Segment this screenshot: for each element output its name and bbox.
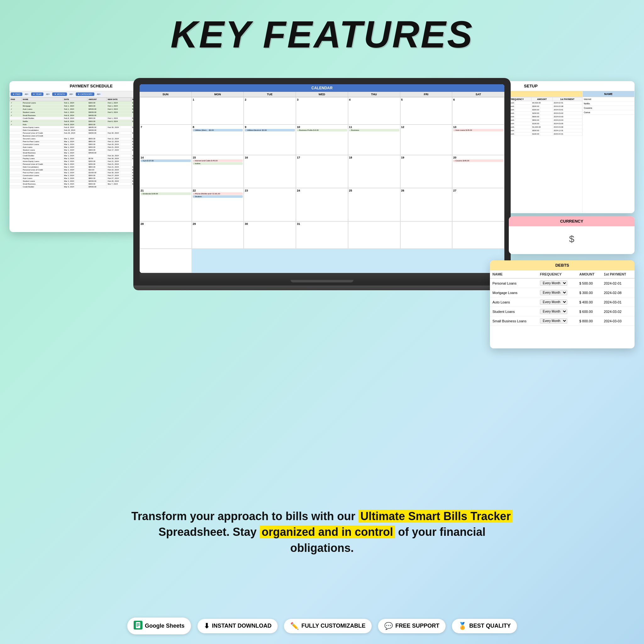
payment-cell: Mar 1, 2024 (63, 149, 87, 152)
payment-cell: Netflix (22, 120, 63, 123)
payment-cell: Feb 30, 2024 (107, 126, 131, 129)
calendar-cell: 23 (244, 188, 296, 221)
laptop-bezel: CALENDAR SUN MON TUE WED THU FRI SAT 123… (133, 78, 511, 286)
payment-cell: Mar 7, 2024 (107, 183, 131, 186)
payment-cell: Feb 26, 2024 (107, 180, 131, 183)
subscription-item: Netflix (583, 102, 635, 106)
payment-cell: Feb 30, 2024 (107, 132, 131, 135)
payment-cell (107, 135, 131, 137)
payment-cell (87, 135, 107, 137)
filter-category[interactable]: ▼ CATEGORY (76, 92, 95, 96)
filter-all3[interactable]: All+ (68, 92, 75, 96)
frequency-dropdown[interactable]: Every Month (540, 309, 567, 314)
badge-support[interactable]: 💬 FREE SUPPORT (378, 619, 446, 633)
payment-cell: Mar 2, 2024 (63, 180, 87, 183)
calendar-event: xBusiness-Profits $-6.00 (297, 129, 347, 131)
payment-cell: ✓ (10, 120, 22, 123)
bills-cell: $300.00 (531, 108, 552, 112)
download-icon: ⬇ (204, 622, 209, 630)
debts-col-amount: AMOUNT (577, 270, 601, 278)
frequency-dropdown[interactable]: Every Month (540, 280, 567, 286)
payment-cell: Feb 8, 2024 (63, 126, 87, 129)
badge-download-label: INSTANT DOWNLOAD (212, 623, 272, 629)
laptop-stand (133, 286, 542, 290)
payment-cell: $4500.00 (87, 152, 107, 154)
payment-cell: Feb 1, 2024 (63, 111, 87, 114)
subscriptions-header: NAME (583, 91, 635, 97)
filter-month[interactable]: ▼ MONTH (52, 92, 67, 96)
table-row: Personal LoansEvery Month$ 500.002024-02… (490, 278, 635, 288)
calendar-cell: 18 (348, 155, 400, 188)
svg-rect-5 (136, 626, 138, 627)
payment-cell (10, 180, 22, 183)
calendar-cell: 14xGym $-37.00 (140, 155, 192, 188)
payment-cell: Auto Loans (22, 177, 63, 180)
payment-cell: Peer-to-Peer Loans (22, 171, 63, 174)
payment-cell: Mar 2, 2024 (63, 177, 87, 180)
filter-all1[interactable]: All+ (23, 92, 31, 96)
payment-cell (107, 123, 131, 126)
calendar-cell (140, 97, 192, 125)
badge-google-label: Google Sheets (145, 623, 185, 629)
main-content: PAYMENT SCHEDULE ▼ PAID All+ ▼ YEAR All+… (0, 62, 644, 502)
currency-symbol: $ (509, 226, 635, 252)
payment-cell: $4000.00 (87, 129, 107, 132)
bills-cell: $800.00 (531, 119, 552, 122)
payment-cell: ✓ (10, 114, 22, 117)
support-icon: 💬 (384, 622, 393, 630)
calendar-event: xAuto-Loans $-35.00 (453, 129, 503, 131)
badge-instant-download[interactable]: ⬇ INSTANT DOWNLOAD (197, 619, 278, 633)
calendar-cell: 2 (244, 97, 296, 125)
subscription-item: Internet (583, 97, 635, 102)
filter-year[interactable]: ▼ YEAR (31, 92, 44, 96)
bottom-line3: obligations. (31, 540, 613, 556)
frequency-dropdown[interactable]: Every Month (540, 318, 567, 324)
bills-cell: 2024-03-02 (552, 112, 582, 115)
payment-cell: Feb 17, 2024 (107, 149, 131, 152)
calendar-cell: 24 (296, 188, 348, 221)
payment-cell (10, 132, 22, 135)
debts-col-payment: 1st PAYMENT (601, 270, 635, 278)
laptop-screen: CALENDAR SUN MON TUE WED THU FRI SAT 123… (140, 84, 504, 273)
subscriptions-section: NAME InternetNetflixCouseraCanva (583, 91, 635, 212)
frequency-dropdown[interactable]: Every Month (540, 299, 567, 305)
payment-cell (10, 143, 22, 146)
laptop: CALENDAR SUN MON TUE WED THU FRI SAT 123… (133, 78, 511, 290)
payment-cell: Mar 5, 2024 (63, 183, 87, 186)
payment-cell: Feb 30, 2024 (107, 157, 131, 160)
calendar-grid: 12345678xUtilities (Elect... -$3.009xUti… (140, 97, 504, 273)
currency-title: CURRENCY (509, 216, 635, 226)
payment-cell: Credit Builder (22, 186, 63, 188)
payment-cell: Mar 1, 2024 (63, 152, 87, 154)
filter-paid[interactable]: ▼ PAID (11, 92, 22, 96)
payment-cell: Feb 22, 2024 (107, 169, 131, 171)
payment-cell: Credit Builder (22, 117, 63, 120)
payment-cell (10, 126, 22, 129)
svg-rect-4 (136, 625, 140, 626)
col-amount: AMOUNT (87, 98, 107, 101)
payment-cell (10, 163, 22, 166)
badge-customizable[interactable]: ✏️ FULLY CUSTOMIZABLE (284, 619, 372, 633)
badge-support-label: FREE SUPPORT (395, 623, 439, 629)
payment-cell: Student Loans (22, 180, 63, 183)
payment-cell: Personal Lines of Credit (22, 169, 63, 171)
pencil-icon: ✏️ (290, 622, 299, 630)
badge-google-sheets[interactable]: Google Sheets (127, 617, 191, 635)
payment-cell: Feb 1, 2024 (63, 101, 87, 104)
bills-cell: 2024-03-01 (552, 108, 582, 112)
frequency-dropdown[interactable]: Every Month (540, 290, 567, 295)
payment-cell: ✓ (10, 104, 22, 108)
badge-quality[interactable]: 🏅 BEST QUALITY (452, 619, 517, 633)
payment-cell: Debt Consolidation (22, 166, 63, 169)
table-row: Student LoansEvery Month$ 600.002024-03-… (490, 307, 635, 316)
table-row: Small Business LoansEvery Month$ 800.002… (490, 316, 635, 326)
calendar-cell: 12 (400, 125, 452, 155)
payment-cell (10, 186, 22, 188)
col-paid: PAID (10, 98, 22, 101)
bills-cell: 2024-02-01 (552, 101, 582, 105)
filter-all4[interactable]: All+ (95, 92, 103, 96)
payment-cell: Mar 2, 2024 (63, 171, 87, 174)
filter-all2[interactable]: All+ (44, 92, 52, 96)
payment-cell: Credit Builder (22, 154, 63, 157)
payment-cell (10, 169, 22, 171)
